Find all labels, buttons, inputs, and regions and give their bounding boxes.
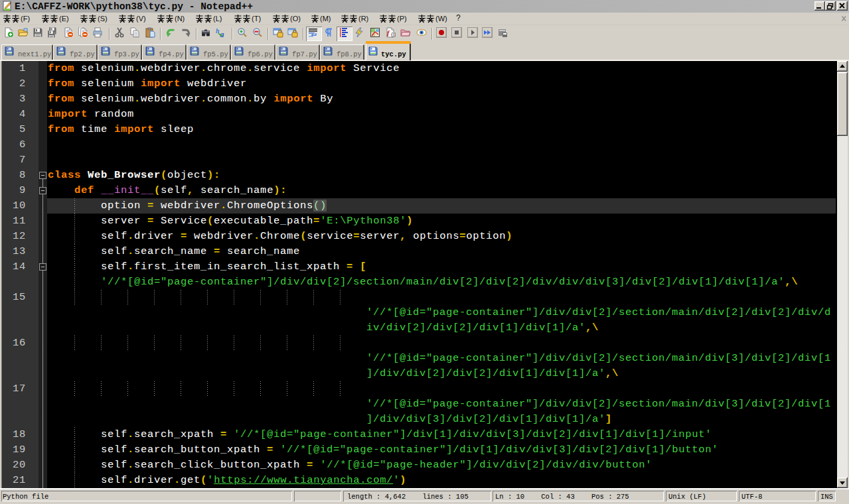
svg-text:a: a	[220, 30, 224, 38]
svg-text:h: h	[216, 27, 220, 34]
svg-text:{): {)	[390, 31, 396, 37]
